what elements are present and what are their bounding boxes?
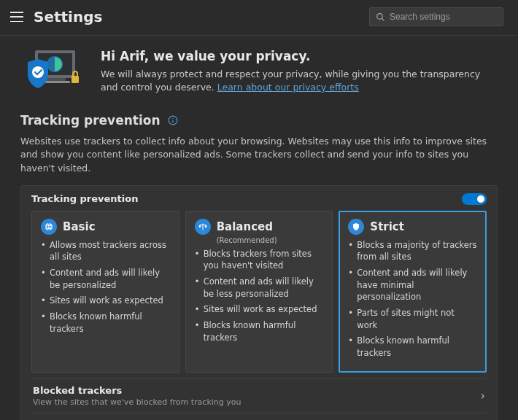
- card-balanced-b4: Blocks known harmful trackers: [195, 319, 324, 343]
- globe-icon: [41, 219, 57, 235]
- top-bar: Settings: [0, 0, 518, 36]
- search-input[interactable]: [390, 12, 497, 22]
- card-balanced-subtitle: (Recommended): [217, 236, 324, 244]
- privacy-efforts-link[interactable]: Learn about our privacy efforts: [217, 82, 359, 93]
- shield-icon: [348, 219, 364, 235]
- section-desc-tracking: Websites use trackers to collect info ab…: [20, 135, 498, 174]
- privacy-banner: Hi Arif, we value your privacy. We will …: [20, 49, 498, 94]
- balance-scale-icon: [195, 219, 211, 235]
- svg-point-10: [172, 118, 173, 119]
- svg-rect-5: [45, 78, 66, 81]
- tracking-toggle[interactable]: [462, 193, 487, 205]
- card-basic-b3: Sites will work as expected: [41, 295, 170, 307]
- svg-point-0: [377, 13, 383, 19]
- blocked-trackers-row[interactable]: Blocked trackers View the sites that we'…: [31, 378, 487, 413]
- privacy-illustration: [20, 49, 85, 94]
- card-balanced-b1: Blocks trackers from sites you haven't v…: [195, 248, 324, 272]
- card-basic-b2: Content and ads will likely be personali…: [41, 267, 170, 291]
- card-balanced-b2: Content and ads will likely be less pers…: [195, 276, 324, 300]
- card-strict-b1: Blocks a majority of trackers from all s…: [348, 239, 477, 263]
- section-title-tracking: Tracking prevention: [20, 113, 161, 128]
- hamburger-menu-icon[interactable]: [10, 12, 23, 22]
- card-strict-title: Strict: [370, 220, 404, 233]
- card-balanced-title: Balanced: [217, 220, 273, 233]
- blocked-trackers-desc: View the sites that we've blocked from t…: [33, 397, 241, 407]
- tracking-panel: Tracking prevention Basic Allows most tr…: [20, 185, 498, 420]
- panel-label: Tracking prevention: [31, 193, 138, 204]
- blocked-trackers-title: Blocked trackers: [33, 385, 241, 396]
- card-strict-b4: Blocks known harmful trackers: [348, 335, 477, 359]
- chevron-right-icon: ›: [481, 389, 485, 402]
- info-icon[interactable]: [168, 115, 178, 125]
- card-strict[interactable]: Strict Blocks a majority of trackers fro…: [339, 211, 487, 373]
- card-balanced[interactable]: Balanced (Recommended) Blocks trackers f…: [185, 211, 333, 373]
- svg-point-7: [32, 66, 44, 78]
- search-icon: [376, 12, 385, 22]
- card-basic[interactable]: Basic Allows most trackers across all si…: [31, 211, 179, 373]
- svg-line-1: [382, 18, 384, 20]
- banner-body: We will always protect and respect your …: [101, 68, 498, 94]
- search-box[interactable]: [369, 7, 503, 26]
- card-balanced-b3: Sites will work as expected: [195, 303, 324, 316]
- banner-heading: Hi Arif, we value your privacy.: [101, 49, 498, 63]
- svg-rect-8: [71, 76, 79, 83]
- card-basic-b1: Allows most trackers across all sites: [41, 239, 170, 263]
- card-strict-b2: Content and ads will likely have minimal…: [348, 267, 477, 303]
- card-basic-b4: Blocks known harmful trackers: [41, 311, 170, 335]
- card-basic-title: Basic: [63, 220, 96, 233]
- page-title: Settings: [34, 8, 102, 26]
- card-strict-b3: Parts of sites might not work: [348, 307, 477, 331]
- exceptions-row[interactable]: Exceptions Allow all trackers on sites y…: [31, 413, 487, 420]
